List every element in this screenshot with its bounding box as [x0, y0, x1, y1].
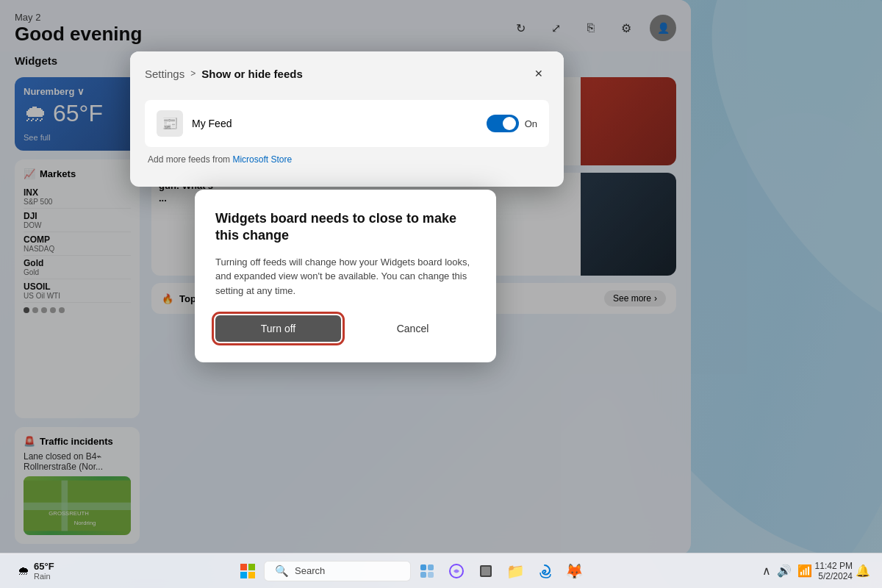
store-link-text: Add more feeds from Microsoft Store	[145, 154, 549, 172]
taskbar-weather-condition: Rain	[34, 572, 54, 581]
confirm-buttons: Turn off Cancel	[215, 315, 476, 342]
breadcrumb-current: Show or hide feeds	[201, 68, 303, 80]
confirm-dialog-body: Turning off feeds will change how your W…	[215, 255, 476, 298]
settings-modal: Settings > Show or hide feeds ✕ 📰 My Fee…	[130, 51, 564, 187]
settings-overlay[interactable]: Settings > Show or hide feeds ✕ 📰 My Fee…	[0, 0, 882, 588]
settings-header: Settings > Show or hide feeds ✕	[130, 51, 564, 93]
settings-close-button[interactable]: ✕	[528, 63, 549, 84]
search-bar[interactable]: 🔍 Search	[264, 561, 411, 581]
taskbar-edge-icon[interactable]	[531, 558, 558, 584]
taskbar-left: 🌧 65°F Rain	[12, 558, 60, 584]
taskbar-layered-icon[interactable]	[473, 558, 499, 584]
taskbar-firefox-icon[interactable]: 🦊	[561, 558, 587, 584]
toggle-container: On	[487, 115, 537, 132]
svg-rect-13	[428, 564, 434, 570]
turn-off-button[interactable]: Turn off	[215, 315, 341, 342]
taskbar: 🌧 65°F Rain 🔍 Search	[0, 553, 882, 588]
tray-volume-icon[interactable]: 📶	[797, 564, 812, 578]
my-feed-item: 📰 My Feed On	[145, 100, 549, 147]
svg-rect-11	[248, 572, 255, 578]
taskbar-center: 🔍 Search 📁 🦊	[234, 558, 587, 584]
feed-name: My Feed	[192, 118, 232, 129]
feed-icon: 📰	[157, 110, 183, 137]
breadcrumb-settings[interactable]: Settings	[145, 68, 184, 80]
settings-breadcrumb: Settings > Show or hide feeds	[145, 68, 303, 80]
svg-rect-9	[248, 564, 255, 570]
cancel-button[interactable]: Cancel	[350, 315, 476, 342]
taskbar-copilot-icon[interactable]	[443, 558, 470, 584]
confirm-dialog-title: Widgets board needs to close to make thi…	[215, 210, 476, 245]
start-button[interactable]	[234, 558, 261, 584]
feed-toggle[interactable]	[487, 115, 519, 132]
svg-rect-12	[420, 564, 426, 570]
taskbar-right: ∧ 🔊 📶 11:42 PM 5/2/2024 🔔	[762, 561, 870, 581]
system-tray: ∧ 🔊 📶	[762, 564, 812, 578]
svg-rect-14	[420, 572, 426, 578]
confirm-dialog: Widgets board needs to close to make thi…	[195, 190, 496, 362]
svg-rect-8	[240, 564, 247, 570]
tray-chevron-icon[interactable]: ∧	[762, 564, 771, 578]
clock-time: 11:42 PM	[815, 561, 853, 571]
microsoft-store-link[interactable]: Microsoft Store	[232, 154, 292, 165]
toggle-label: On	[525, 118, 537, 129]
settings-body: 📰 My Feed On Add more feeds from Microso…	[130, 93, 564, 187]
taskbar-weather[interactable]: 🌧 65°F Rain	[12, 558, 60, 584]
toggle-knob	[503, 117, 516, 130]
svg-rect-15	[428, 572, 434, 578]
notification-button[interactable]: 🔔	[856, 564, 870, 578]
taskbar-folder-icon[interactable]: 📁	[502, 558, 528, 584]
search-icon: 🔍	[275, 564, 289, 578]
search-label: Search	[295, 565, 325, 576]
breadcrumb-chevron-icon: >	[190, 68, 196, 79]
taskbar-widgets-icon[interactable]	[414, 558, 440, 584]
tray-network-icon[interactable]: 🔊	[777, 564, 792, 578]
taskbar-weather-icon: 🌧	[18, 564, 29, 578]
svg-rect-18	[481, 567, 490, 576]
taskbar-time[interactable]: 11:42 PM 5/2/2024	[815, 561, 853, 581]
clock-date: 5/2/2024	[815, 571, 853, 581]
svg-rect-10	[240, 572, 247, 578]
taskbar-weather-temp: 65°F	[34, 561, 54, 572]
feed-item-left: 📰 My Feed	[157, 110, 232, 137]
